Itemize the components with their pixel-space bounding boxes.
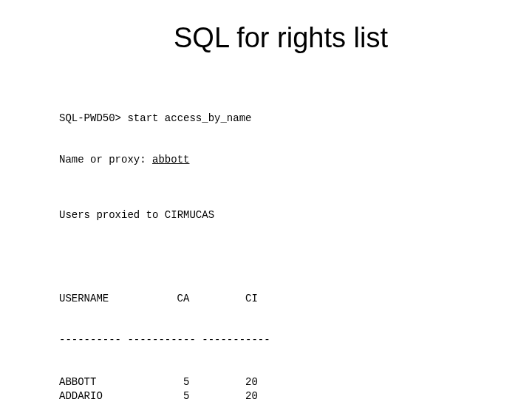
results-table: USERNAMECACI ---------- ----------- ----… xyxy=(59,264,473,399)
slide-container: SQL for rights list SQL-PWD50> start acc… xyxy=(0,0,532,399)
divider-username: ---------- xyxy=(59,333,121,347)
divider-ca: ----------- xyxy=(127,334,195,346)
name-input-line: Name or proxy: abbott xyxy=(59,153,473,167)
table-row: ABBOTT520 xyxy=(59,375,473,389)
divider-ci: ----------- xyxy=(202,334,270,346)
table-body: ABBOTT520ADDARIO520CAICEDO520CHAMBERLAN5… xyxy=(59,375,473,399)
table-row: ADDARIO520 xyxy=(59,389,473,399)
proxied-header: Users proxied to CIRMUCAS xyxy=(59,208,473,222)
cell-ci: 20 xyxy=(189,389,257,399)
table-header-row: USERNAMECACI xyxy=(59,292,473,306)
cell-username: ABBOTT xyxy=(59,375,121,389)
sql-prompt: SQL-PWD50> xyxy=(59,112,127,124)
terminal-output: SQL-PWD50> start access_by_name Name or … xyxy=(59,83,473,399)
page-title: SQL for rights list xyxy=(89,22,473,54)
name-prompt: Name or proxy: xyxy=(59,154,152,166)
col-header-ca: CA xyxy=(121,292,189,306)
command-line: SQL-PWD50> start access_by_name xyxy=(59,112,473,126)
cell-ca: 5 xyxy=(121,389,189,399)
cell-username: ADDARIO xyxy=(59,389,121,399)
col-header-ci: CI xyxy=(189,292,257,306)
name-input-value: abbott xyxy=(152,154,189,166)
col-header-username: USERNAME xyxy=(59,292,121,306)
cell-ca: 5 xyxy=(121,375,189,389)
table-divider-row: ---------- ----------- ----------- xyxy=(59,333,473,347)
cell-ci: 20 xyxy=(189,375,257,389)
sql-command: start access_by_name xyxy=(127,112,251,124)
